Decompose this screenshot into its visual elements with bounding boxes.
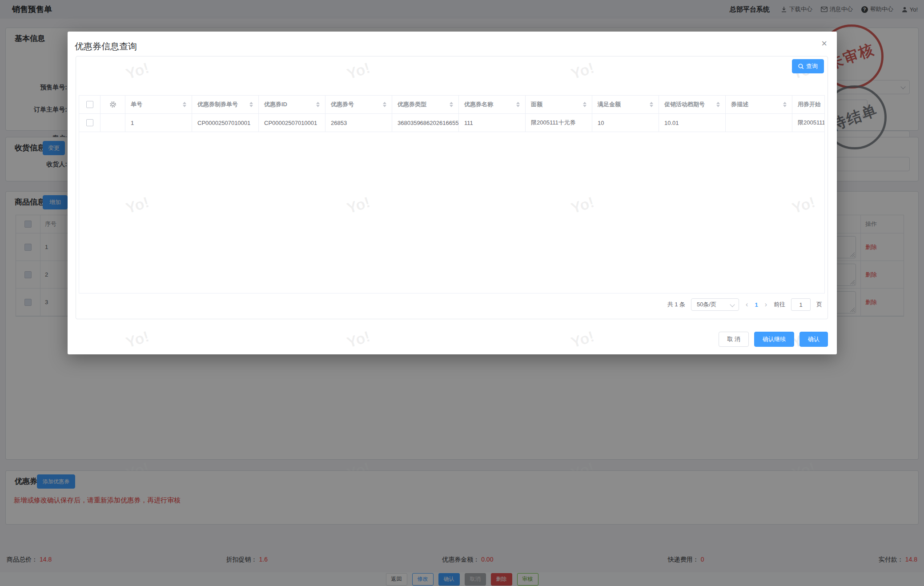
sort-icon[interactable] bbox=[380, 102, 386, 107]
cell bbox=[726, 114, 792, 132]
sort-icon[interactable] bbox=[247, 102, 253, 107]
cell: CP00002507010001 bbox=[259, 114, 325, 132]
page-number[interactable]: 1 bbox=[755, 301, 758, 308]
sort-icon[interactable] bbox=[180, 102, 186, 107]
col-header: 券描述 bbox=[726, 96, 792, 113]
dialog-cancel-button[interactable]: 取 消 bbox=[719, 332, 749, 347]
watermark: Yo! bbox=[569, 328, 596, 351]
total-count: 共 1 条 bbox=[667, 301, 685, 309]
dialog-confirm-button[interactable]: 确认 bbox=[799, 332, 828, 347]
cell: 限2005111用 bbox=[792, 114, 825, 132]
coupon-query-panel: 查询 单号 优惠券制券单号 优惠券ID 优惠券号 优惠券类型 优惠券名称 面额 … bbox=[76, 56, 828, 319]
cell: CP00002507010001 bbox=[192, 114, 259, 132]
sort-icon[interactable] bbox=[780, 102, 787, 107]
col-header: 满足金额 bbox=[592, 96, 659, 113]
col-header: 面额 bbox=[526, 96, 592, 113]
coupon-table: 单号 优惠券制券单号 优惠券ID 优惠券号 优惠券类型 优惠券名称 面额 满足金… bbox=[79, 95, 825, 293]
sort-icon[interactable] bbox=[580, 102, 587, 107]
page-unit-label: 页 bbox=[816, 301, 822, 309]
query-button[interactable]: 查询 bbox=[792, 59, 824, 73]
col-header: 优惠券类型 bbox=[392, 96, 459, 113]
confirm-continue-button[interactable]: 确认继续 bbox=[754, 332, 794, 347]
query-label: 查询 bbox=[806, 62, 818, 70]
sort-icon[interactable] bbox=[647, 102, 653, 107]
pagination: 共 1 条 50条/页 ‹ 1 › 前往 页 bbox=[667, 298, 822, 311]
watermark: Yo! bbox=[345, 328, 372, 351]
goto-label: 前往 bbox=[774, 301, 785, 309]
column-settings[interactable] bbox=[100, 96, 125, 113]
watermark: Yo! bbox=[124, 328, 151, 351]
sort-icon[interactable] bbox=[514, 102, 520, 107]
coupon-row: 1 CP00002507010001 CP00002507010001 2685… bbox=[79, 114, 825, 132]
col-header: 促销活动档期号 bbox=[659, 96, 726, 113]
next-page-button[interactable]: › bbox=[764, 301, 768, 309]
page-size-value: 50条/页 bbox=[697, 301, 716, 309]
select-all-checkbox[interactable] bbox=[86, 101, 93, 108]
sort-icon[interactable] bbox=[447, 102, 453, 107]
sort-icon[interactable] bbox=[714, 102, 720, 107]
cell: 10.01 bbox=[659, 114, 726, 132]
coupon-header-row: 单号 优惠券制券单号 优惠券ID 优惠券号 优惠券类型 优惠券名称 面额 满足金… bbox=[79, 96, 825, 114]
gear-icon bbox=[109, 101, 117, 108]
coupon-query-dialog: Yo!Yo!Yo!Yo!Yo!Yo!Yo!Yo!Yo!Yo!Yo!Yo! 优惠券… bbox=[68, 32, 837, 354]
cell: 3680359686202616655 bbox=[392, 114, 459, 132]
cell: 26853 bbox=[325, 114, 392, 132]
cell: 限2005111十元券 bbox=[526, 114, 592, 132]
col-header: 优惠券名称 bbox=[459, 96, 526, 113]
sort-icon[interactable] bbox=[313, 102, 320, 107]
col-header: 优惠券ID bbox=[259, 96, 325, 113]
cell: 111 bbox=[459, 114, 526, 132]
dialog-footer: 取 消 确认继续 确认 bbox=[719, 332, 828, 347]
chevron-down-icon bbox=[730, 302, 735, 307]
search-icon bbox=[798, 64, 804, 69]
cell-index: 1 bbox=[125, 114, 192, 132]
col-header: 优惠券号 bbox=[325, 96, 392, 113]
row-checkbox[interactable] bbox=[86, 119, 93, 126]
prev-page-button[interactable]: ‹ bbox=[745, 301, 749, 309]
dialog-title: 优惠券信息查询 bbox=[75, 40, 137, 52]
col-header: 优惠券制券单号 bbox=[192, 96, 259, 113]
page-size-select[interactable]: 50条/页 bbox=[691, 298, 739, 311]
close-icon[interactable]: × bbox=[821, 39, 827, 48]
col-header: 单号 bbox=[125, 96, 192, 113]
cell: 10 bbox=[592, 114, 659, 132]
goto-page-input[interactable] bbox=[791, 298, 811, 311]
col-header: 用券开始 bbox=[792, 96, 825, 113]
